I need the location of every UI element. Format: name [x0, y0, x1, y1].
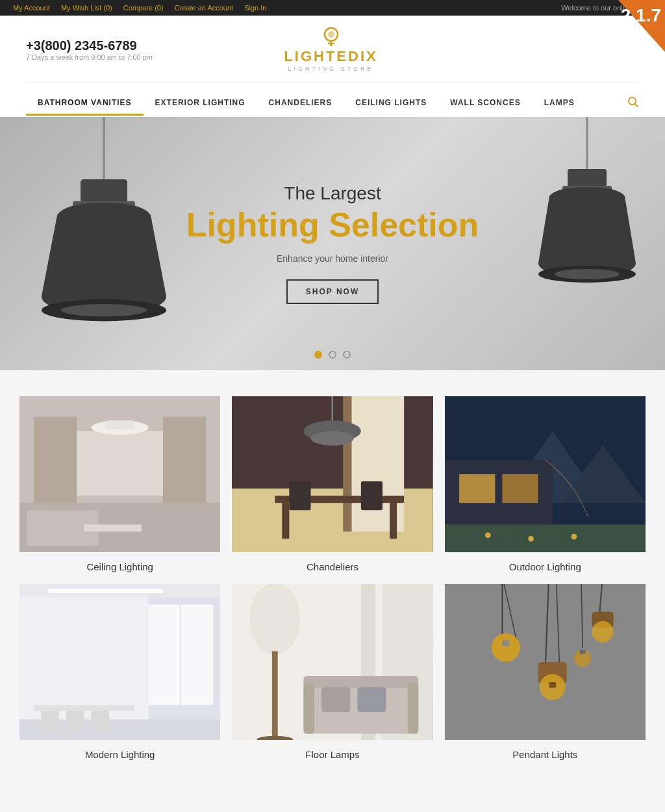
- svg-rect-12: [568, 169, 607, 187]
- category-floor-lamps[interactable]: Floor Lamps: [232, 584, 433, 760]
- svg-rect-22: [106, 420, 134, 429]
- top-bar-links: My Account My Wish List (0) Compare (0) …: [13, 4, 275, 12]
- main-nav: BATHROOM VANITIES EXTERIOR LIGHTING CHAN…: [26, 82, 639, 117]
- category-floor-lamps-label: Floor Lamps: [305, 749, 359, 760]
- category-outdoor-label: Outdoor Lighting: [509, 561, 581, 572]
- svg-point-44: [485, 532, 491, 538]
- svg-rect-67: [304, 676, 419, 688]
- nav-ceiling-lights[interactable]: CEILING LIGHTS: [344, 93, 438, 116]
- phone-number: +3(800) 2345-6789: [26, 38, 153, 53]
- svg-rect-71: [358, 687, 386, 713]
- svg-rect-36: [361, 481, 383, 510]
- shop-now-button[interactable]: SHOP NOW: [286, 279, 379, 304]
- hero-dot-1[interactable]: [314, 351, 322, 359]
- phone-block: +3(800) 2345-6789 7 Days a week from 9:0…: [26, 38, 153, 61]
- version-text: 2.1.7: [621, 5, 661, 26]
- category-chandeliers-label: Chandeliers: [307, 561, 358, 572]
- svg-rect-18: [34, 417, 77, 503]
- compare-link[interactable]: Compare (0): [123, 4, 164, 12]
- svg-point-46: [571, 534, 577, 540]
- svg-rect-81: [549, 682, 556, 688]
- svg-point-84: [592, 621, 613, 642]
- nav-lamps[interactable]: LAMPS: [533, 93, 586, 116]
- hero-dot-2[interactable]: [329, 351, 336, 359]
- hero-section: The Largest Lighting Selection Enhance y…: [0, 117, 665, 370]
- category-pendants[interactable]: Pendant Lights: [445, 584, 646, 760]
- search-icon[interactable]: [627, 91, 639, 117]
- svg-rect-69: [408, 683, 419, 733]
- svg-rect-35: [290, 481, 311, 510]
- svg-rect-41: [459, 474, 495, 503]
- header-top: +3(800) 2345-6789 7 Days a week from 9:0…: [26, 27, 639, 72]
- sign-in-link[interactable]: Sign In: [244, 4, 266, 12]
- category-pendants-image: [445, 584, 646, 740]
- svg-rect-42: [502, 474, 538, 503]
- logo-text: LIGHTEDIX: [284, 48, 377, 65]
- svg-point-75: [491, 633, 520, 662]
- svg-rect-76: [502, 641, 509, 646]
- hero-title: Lighting Selection: [186, 207, 479, 244]
- svg-point-15: [555, 269, 620, 279]
- svg-rect-57: [66, 711, 84, 732]
- hero-content: The Largest Lighting Selection Enhance y…: [186, 183, 479, 303]
- category-modern-lighting[interactable]: Modern Lighting: [19, 584, 220, 760]
- category-chandeliers[interactable]: Chandeliers: [232, 396, 433, 572]
- svg-rect-87: [579, 650, 585, 654]
- nav-bathroom-vanities[interactable]: BATHROOM VANITIES: [26, 93, 144, 116]
- svg-rect-64: [272, 651, 278, 737]
- category-floor-lamps-image: [232, 584, 433, 740]
- svg-rect-31: [390, 503, 397, 539]
- svg-point-63: [250, 584, 300, 655]
- svg-rect-51: [48, 589, 163, 593]
- category-modern-image: [19, 584, 220, 740]
- nav-chandeliers[interactable]: CHANDELIERS: [257, 93, 344, 116]
- hero-subtitle: The Largest: [186, 183, 479, 204]
- logo-tagline: LIGHTING STORE: [288, 66, 374, 72]
- my-account-link[interactable]: My Account: [13, 4, 50, 12]
- lamp-right: [522, 117, 652, 351]
- svg-line-5: [635, 104, 638, 107]
- svg-rect-43: [445, 524, 646, 552]
- logo[interactable]: LIGHTEDIX LIGHTING STORE: [284, 27, 377, 72]
- wish-list-link[interactable]: My Wish List (0): [61, 4, 112, 12]
- top-bar: My Account My Wish List (0) Compare (0) …: [0, 0, 665, 16]
- svg-point-45: [528, 536, 534, 542]
- category-outdoor-lighting[interactable]: Outdoor Lighting: [445, 396, 646, 572]
- category-chandeliers-image: [232, 396, 433, 552]
- business-hours: 7 Days a week from 9:00 am to 7:00 pm: [26, 53, 153, 61]
- svg-rect-19: [163, 417, 206, 503]
- svg-rect-56: [41, 711, 59, 732]
- category-outdoor-image: [445, 396, 646, 552]
- svg-rect-20: [77, 431, 163, 496]
- category-pendants-label: Pendant Lights: [512, 749, 577, 760]
- hero-dot-3[interactable]: [343, 351, 351, 359]
- nav-wall-sconces[interactable]: WALL SCONCES: [438, 93, 532, 116]
- header: +3(800) 2345-6789 7 Days a week from 9:0…: [0, 16, 665, 117]
- logo-icon: [321, 27, 342, 48]
- svg-rect-58: [91, 711, 109, 732]
- svg-rect-68: [304, 683, 315, 733]
- version-badge: 2.1.7: [587, 0, 665, 52]
- category-ceiling-label: Ceiling Lighting: [86, 561, 153, 572]
- hero-dots: [314, 351, 351, 359]
- categories-section: Ceiling Lighting: [0, 370, 665, 773]
- category-ceiling-lighting[interactable]: Ceiling Lighting: [19, 396, 220, 572]
- category-ceiling-image: [19, 396, 220, 552]
- category-modern-label: Modern Lighting: [85, 749, 155, 760]
- svg-rect-30: [282, 503, 290, 539]
- svg-rect-55: [34, 705, 134, 711]
- svg-point-34: [311, 431, 354, 446]
- svg-point-3: [328, 31, 334, 38]
- category-grid: Ceiling Lighting: [19, 396, 646, 760]
- nav-exterior-lighting[interactable]: EXTERIOR LIGHTING: [144, 93, 257, 116]
- svg-rect-24: [84, 524, 141, 531]
- svg-rect-7: [81, 179, 127, 203]
- create-account-link[interactable]: Create an Account: [175, 4, 234, 12]
- lamp-left: [26, 117, 182, 351]
- svg-rect-28: [344, 396, 352, 531]
- svg-point-10: [61, 304, 147, 316]
- hero-desc: Enhance your home interior: [186, 253, 479, 264]
- svg-rect-70: [321, 687, 350, 713]
